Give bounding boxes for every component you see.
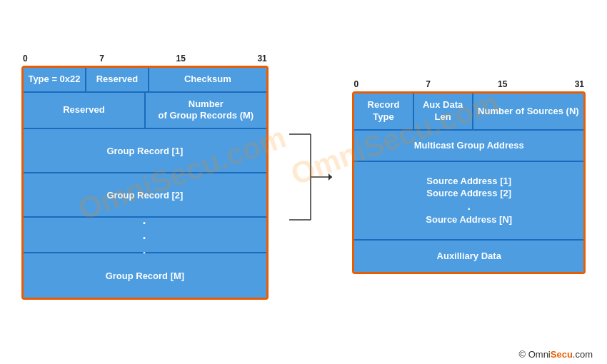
cell-multicast-group-addr: Multicast Group Address — [354, 131, 583, 161]
right-row-2: Multicast Group Address — [354, 131, 583, 162]
source-addr-1: Source Address [1] — [426, 176, 511, 186]
cell-num-group-records: Numberof Group Records (M) — [146, 93, 266, 128]
copyright-text: © OmniSecu.com — [519, 349, 593, 360]
left-row-2: Reserved Numberof Group Records (M) — [24, 93, 266, 130]
left-bit-7: 7 — [99, 54, 104, 64]
content-area: OmniSecu.com OmniSecu.com 0 7 15 31 Type… — [0, 0, 607, 346]
cell-aux-data-len: Aux DataLen — [414, 93, 473, 129]
cell-reserved-1: Reserved — [86, 68, 149, 91]
left-row-3: Group Record [1] — [24, 129, 266, 173]
cell-num-sources: Number of Sources (N) — [473, 93, 583, 129]
cell-record-type: Record Type — [354, 93, 413, 129]
right-row-3: Source Address [1] Source Address [2] . … — [354, 162, 583, 241]
left-bit-0: 0 — [23, 54, 28, 64]
source-addr-n: Source Address [N] — [426, 214, 512, 225]
cell-source-addresses: Source Address [1] Source Address [2] . … — [354, 162, 583, 239]
svg-marker-4 — [328, 173, 332, 181]
left-row-6: Group Record [M] — [24, 253, 266, 298]
left-bit-31: 31 — [257, 54, 266, 64]
left-row-5: ... — [24, 218, 266, 253]
right-bit-31: 31 — [575, 79, 584, 89]
cell-type: Type = 0x22 — [24, 68, 86, 91]
connector-area — [290, 14, 331, 339]
source-addr-2: Source Address [2] — [426, 188, 511, 198]
footer: © OmniSecu.com — [0, 346, 607, 364]
connector-svg — [289, 63, 332, 291]
right-diagram-border: Record Type Aux DataLen Number of Source… — [352, 91, 586, 274]
right-diagram: 0 7 15 31 Record Type Aux DataLen Number… — [352, 79, 586, 274]
right-bit-15: 15 — [498, 79, 507, 89]
left-diagram-border: Type = 0x22 Reserved Checksum Reserved N… — [21, 66, 269, 300]
right-bit-0: 0 — [353, 79, 358, 89]
cell-group-record-2: Group Record [2] — [24, 173, 266, 216]
cell-reserved-2: Reserved — [24, 93, 146, 128]
cell-checksum: Checksum — [149, 68, 266, 91]
copyright-bold: Secu — [551, 349, 573, 360]
right-row-1: Record Type Aux DataLen Number of Source… — [354, 93, 583, 131]
left-diagram: 0 7 15 31 Type = 0x22 Reserved Checksum … — [21, 54, 269, 300]
source-addr-dots: . — [467, 200, 470, 213]
left-row-4: Group Record [2] — [24, 173, 266, 218]
left-row-1: Type = 0x22 Reserved Checksum — [24, 68, 266, 93]
right-bit-labels: 0 7 15 31 — [352, 79, 586, 89]
main-container: OmniSecu.com OmniSecu.com 0 7 15 31 Type… — [0, 0, 607, 364]
cell-group-record-1: Group Record [1] — [24, 129, 266, 172]
left-bit-labels: 0 7 15 31 — [21, 54, 269, 64]
right-row-4: Auxilliary Data — [354, 241, 583, 272]
cell-dots: ... — [24, 218, 266, 252]
cell-auxiliary-data: Auxilliary Data — [354, 241, 583, 272]
right-bit-7: 7 — [426, 79, 431, 89]
left-bit-15: 15 — [176, 54, 186, 64]
cell-group-record-m: Group Record [M] — [24, 253, 266, 298]
